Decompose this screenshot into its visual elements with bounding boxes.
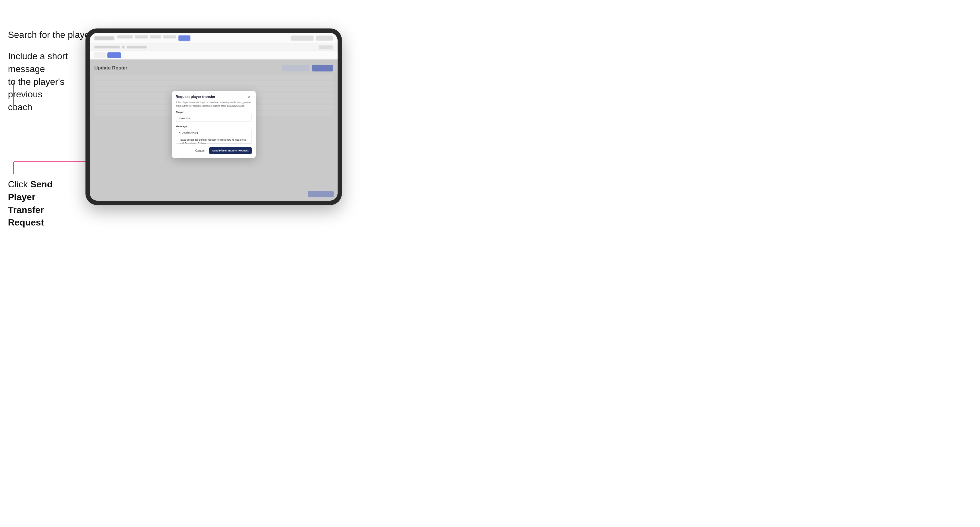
app-logo: [94, 36, 114, 40]
modal-body: If the player is transferring from anoth…: [172, 101, 256, 158]
annotation-click: Click Send PlayerTransfer Request: [8, 178, 79, 229]
request-transfer-modal: Request player transfer × If the player …: [172, 91, 256, 158]
player-field-label: Player: [176, 111, 252, 114]
modal-description: If the player is transferring from anoth…: [176, 101, 252, 108]
header-right: [291, 36, 333, 41]
send-transfer-request-button[interactable]: Send Player Transfer Request: [209, 147, 252, 154]
message-field-label: Message: [176, 125, 252, 128]
cancel-button[interactable]: Cancel: [193, 147, 207, 154]
modal-overlay: Request player transfer × If the player …: [90, 59, 337, 201]
annotation-message: Include a short messageto the player's p…: [8, 50, 86, 114]
annotation-search: Search for the player.: [8, 29, 95, 41]
main-content: Update Roster: [90, 59, 337, 201]
tablet-device: Update Roster: [86, 29, 342, 205]
modal-header: Request player transfer ×: [172, 91, 256, 101]
player-search-input[interactable]: [176, 115, 252, 122]
app-header: [90, 33, 337, 44]
message-textarea[interactable]: Hi Coach McHarg, Please accept this tran…: [176, 129, 252, 144]
modal-title: Request player transfer: [176, 95, 216, 99]
breadcrumb-right: [319, 45, 333, 49]
breadcrumb-bar: [90, 44, 337, 51]
modal-actions: Cancel Send Player Transfer Request: [176, 147, 252, 154]
tabs-bar: [90, 51, 337, 59]
modal-close-button[interactable]: ×: [247, 94, 252, 99]
tablet-screen: Update Roster: [90, 33, 337, 201]
nav-items: [117, 35, 190, 41]
